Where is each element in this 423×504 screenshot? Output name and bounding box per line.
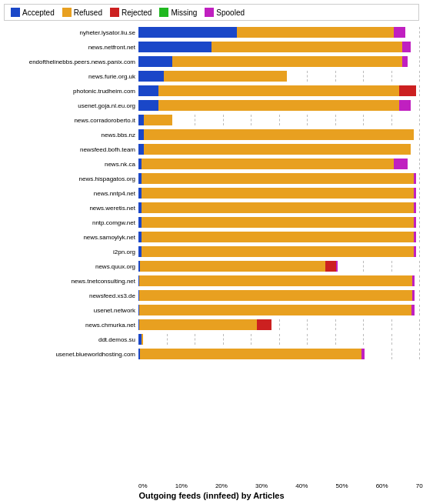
x-axis-label: 50% <box>335 482 348 489</box>
bar-segment-refused <box>142 217 414 228</box>
bar-area: 79073817 <box>138 27 419 38</box>
bar-row: news.netfront.net78932242 <box>4 40 419 54</box>
bar-segment-rejected <box>399 85 416 96</box>
row-label: usenet.blueworldhosting.com <box>4 351 138 358</box>
grid-line <box>307 115 308 125</box>
bar-row: newsfeed.xs3.de772829 <box>4 289 419 302</box>
x-axis-label: 20% <box>215 482 228 489</box>
bar-row: news.quux.org559740 <box>4 259 419 273</box>
bar-segment-spooled <box>402 56 408 67</box>
bar-segment-spooled <box>414 232 417 242</box>
bar-segment-refused <box>142 334 143 345</box>
grid-line <box>335 334 336 345</box>
legend-color <box>205 8 214 17</box>
legend-label: Rejected <box>122 8 152 17</box>
row-label: nntp.comgw.net <box>4 219 138 226</box>
legend-color <box>11 8 20 17</box>
bar-area: 7581128 <box>138 144 419 155</box>
bar-segment-refused <box>142 188 414 199</box>
bar-segment-refused <box>139 305 411 315</box>
bar-segment-refused <box>142 159 395 169</box>
grid-line <box>363 334 364 345</box>
bar-area: 65405 <box>138 349 419 359</box>
bar-segment-refused <box>139 319 257 330</box>
grid-line <box>363 115 364 125</box>
bar-segment-refused <box>140 349 361 359</box>
bar-row: news.chmurka.net365022 <box>4 318 419 332</box>
bar-segment-spooled <box>414 202 417 213</box>
row-label: ddt.demos.su <box>4 336 138 343</box>
grid-line <box>391 71 392 82</box>
bar-segment-refused <box>139 290 411 301</box>
bar-segment-refused <box>139 275 411 286</box>
grid-line <box>419 217 420 228</box>
bar-area: 365022 <box>138 319 419 330</box>
legend-item-missing: Missing <box>159 8 197 17</box>
bar-segment-accepted <box>138 56 172 67</box>
bar-row: news.nk.ca824883 <box>4 157 419 171</box>
bar-segment-accepted <box>138 144 144 155</box>
grid-line <box>391 319 392 330</box>
bar-area: 7900555 <box>138 85 419 96</box>
bar-segment-spooled <box>394 27 405 38</box>
bar-segment-accepted <box>138 100 158 111</box>
bar-segment-refused <box>142 232 414 242</box>
grid-line <box>419 42 420 52</box>
bar-row: news.nntp4.net780466 <box>4 186 419 200</box>
bar-row: nyheter.lysator.liu.se79073817 <box>4 25 419 39</box>
grid-line <box>391 334 392 345</box>
bar-segment-refused <box>164 71 288 82</box>
bar-segment-refused <box>144 129 413 140</box>
bar-segment-accepted <box>138 42 212 52</box>
bar-row: news.samoylyk.net771054 <box>4 230 419 244</box>
row-label: usenet.goja.nl.eu.org <box>4 102 138 109</box>
grid-line <box>419 202 420 213</box>
grid-line <box>279 115 280 125</box>
bar-segment-rejected <box>257 319 271 330</box>
legend-item-accepted: Accepted <box>11 8 55 17</box>
legend-item-refused: Refused <box>62 8 102 17</box>
grid-line <box>419 246 420 257</box>
bar-segment-spooled <box>394 159 408 169</box>
row-label: news.weretis.net <box>4 205 138 212</box>
grid-line <box>419 85 420 96</box>
grid-line <box>335 71 336 82</box>
x-axis-label: 70% <box>416 482 423 489</box>
legend-item-rejected: Rejected <box>110 8 152 17</box>
grid-line <box>167 334 168 345</box>
x-axis-label: 30% <box>255 482 268 489</box>
grid-line <box>223 334 224 345</box>
row-label: usenet.network <box>4 307 138 314</box>
bar-area: 6312 <box>138 334 419 345</box>
grid-line <box>307 334 308 345</box>
grid-line <box>363 261 364 272</box>
x-axis-label: 60% <box>376 482 388 489</box>
bar-segment-accepted <box>138 129 144 140</box>
grid-line <box>419 232 420 242</box>
grid-line <box>391 115 392 125</box>
bar-segment-refused <box>140 261 325 272</box>
bar-area: 790662 <box>138 202 419 213</box>
grid-line <box>419 115 420 125</box>
grid-line <box>195 115 195 125</box>
legend-color <box>159 8 168 17</box>
bar-row: usenet.network724622 <box>4 303 419 317</box>
grid-line <box>335 319 336 330</box>
x-axis-labels: 0%10%20%30%40%50%60%70%80%90%100% <box>138 482 423 489</box>
grid-line <box>335 115 336 125</box>
bar-area: 772829 <box>138 290 419 301</box>
legend-color <box>110 8 119 17</box>
row-label: photonic.trudheim.com <box>4 88 138 95</box>
bar-row: newsfeed.bofh.team7581128 <box>4 142 419 156</box>
grid-line <box>419 334 420 345</box>
grid-line <box>419 129 420 140</box>
bar-area: 7092492 <box>138 100 419 111</box>
bar-area: 78932242 <box>138 42 419 52</box>
grid-line <box>307 71 308 82</box>
legend-label: Spooled <box>216 8 245 17</box>
bar-segment-spooled <box>411 305 415 315</box>
bar-segment-spooled <box>412 275 415 286</box>
grid-line <box>419 27 420 38</box>
bar-area: 785478 <box>138 173 419 184</box>
chart-container: AcceptedRefusedRejectedMissingSpooled ny… <box>0 0 423 504</box>
